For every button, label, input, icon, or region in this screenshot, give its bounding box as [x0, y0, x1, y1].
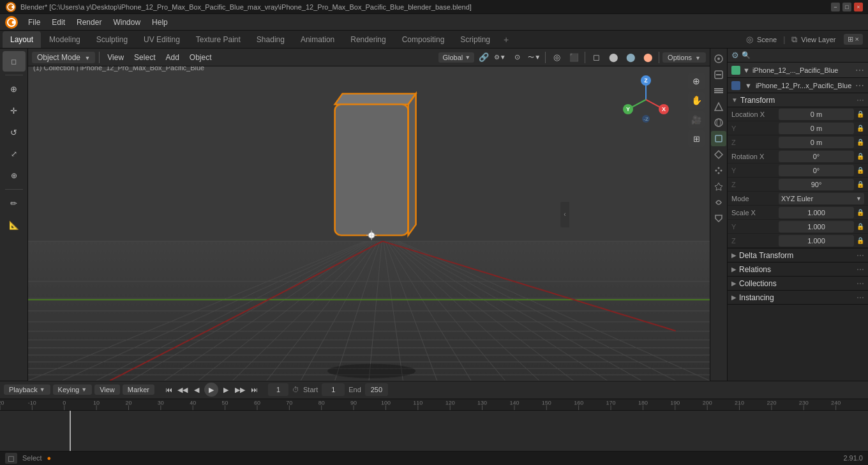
viewport-3d[interactable]: Object Mode ▼ View Select Add Object Glo…	[28, 49, 710, 381]
menu-render[interactable]: Render	[71, 17, 107, 28]
delta-transform-section[interactable]: ▶ Delta Transform ⋯	[728, 248, 868, 263]
tab-uv-editing[interactable]: UV Editing	[136, 31, 188, 48]
tab-layout[interactable]: Layout	[3, 31, 41, 48]
relations-section[interactable]: ▶ Relations ⋯	[728, 263, 868, 277]
transform-orientation[interactable]: Global ▼	[438, 52, 474, 63]
proportional-edit-button[interactable]: ⊙	[509, 50, 525, 65]
material-shading-button[interactable]: ⬤	[623, 50, 638, 65]
move-tool[interactable]: ✛	[3, 100, 26, 121]
rotation-mode-select[interactable]: XYZ Euler ▼	[779, 193, 864, 204]
tab-shading[interactable]: Shading	[249, 31, 292, 48]
output-properties-tab[interactable]	[711, 67, 726, 82]
transform-tool[interactable]: ⊕	[3, 165, 26, 186]
particles-properties-tab[interactable]	[711, 163, 726, 178]
annotate-tool[interactable]: ✏	[3, 193, 26, 213]
tab-sculpting[interactable]: Sculpting	[89, 31, 135, 48]
play-button[interactable]: ▶	[204, 383, 218, 397]
scene-properties-tab[interactable]	[711, 99, 726, 114]
xray-button[interactable]: ⬛	[566, 50, 581, 65]
rotation-z-lock-icon[interactable]: 🔒	[857, 181, 864, 188]
overlay-button[interactable]: ◎	[549, 50, 564, 65]
tab-compositing[interactable]: Compositing	[394, 31, 453, 48]
solid-shading-button[interactable]: ⬤	[606, 50, 621, 65]
rotation-z-field[interactable]: 90°	[779, 179, 854, 190]
camera-view-button[interactable]: 🎥	[688, 111, 705, 128]
select-menu[interactable]: Select	[130, 52, 159, 63]
proportional-settings-button[interactable]: 〜▼	[527, 50, 542, 65]
scale-z-lock-icon[interactable]: 🔒	[857, 237, 864, 244]
rotate-tool[interactable]: ↺	[3, 122, 26, 142]
rotation-x-field[interactable]: 0°	[779, 151, 854, 162]
mesh-name-label[interactable]: iPhone_12_Pr...x_Pacific_Blue	[756, 82, 853, 89]
physics-properties-tab[interactable]	[711, 179, 726, 194]
modifier-properties-tab[interactable]	[711, 147, 726, 162]
object-properties-tab[interactable]	[711, 131, 726, 146]
tab-rendering[interactable]: Rendering	[343, 31, 393, 48]
data-properties-tab[interactable]	[711, 211, 726, 226]
wireframe-shading-button[interactable]: ◻	[588, 50, 604, 65]
render-properties-tab[interactable]	[711, 51, 726, 66]
close-button[interactable]: ×	[854, 3, 863, 11]
keying-menu[interactable]: Keying ▼	[53, 385, 93, 395]
start-frame-field[interactable]: 1	[322, 383, 345, 396]
object-menu[interactable]: Object	[186, 52, 216, 63]
menu-help[interactable]: Help	[147, 17, 173, 28]
viewport-canvas[interactable]	[28, 49, 710, 381]
cursor-tool[interactable]: ⊕	[3, 79, 26, 99]
view-menu[interactable]: View	[103, 52, 128, 63]
end-frame-field[interactable]: 250	[365, 383, 388, 396]
jump-end-button[interactable]: ⏭	[248, 383, 260, 396]
snap-magnet-button[interactable]: 🔗	[476, 50, 491, 65]
scale-y-lock-icon[interactable]: 🔒	[857, 223, 864, 230]
object-name-label[interactable]: iPhone_12_..._Pacific_Blue	[752, 66, 853, 74]
rendered-shading-button[interactable]: ⬤	[640, 50, 655, 65]
next-keyframe-button[interactable]: ▶▶	[234, 383, 246, 396]
current-frame-field[interactable]: 1	[268, 383, 288, 396]
snap-settings-button[interactable]: ⚙▼	[492, 50, 507, 65]
location-y-lock-icon[interactable]: 🔒	[857, 125, 864, 132]
scale-tool[interactable]: ⤢	[3, 144, 26, 164]
location-x-field[interactable]: 0 m	[779, 109, 854, 120]
instancing-section[interactable]: ▶ Instancing ⋯	[728, 291, 868, 305]
step-back-button[interactable]: ◀	[190, 383, 203, 396]
marker-menu[interactable]: Marker	[123, 385, 154, 395]
minimize-button[interactable]: −	[831, 3, 840, 11]
panel-collapse-button[interactable]: ‹	[560, 202, 569, 227]
rotation-y-lock-icon[interactable]: 🔒	[857, 167, 864, 174]
options-button[interactable]: Options ▼	[662, 52, 706, 63]
object-mode-dropdown[interactable]: Object Mode ▼	[32, 52, 95, 63]
measure-tool[interactable]: 📐	[3, 215, 26, 235]
pan-button[interactable]: ✋	[688, 92, 705, 109]
timeline-tracks[interactable]	[0, 411, 868, 451]
tab-animation[interactable]: Animation	[293, 31, 342, 48]
prev-keyframe-button[interactable]: ◀◀	[176, 383, 189, 396]
scale-z-field[interactable]: 1.000	[779, 235, 854, 247]
view-layer-properties-tab[interactable]	[711, 83, 726, 98]
step-forward-button[interactable]: ▶	[220, 383, 232, 396]
viewport-gizmo[interactable]: Z X Y -Z	[620, 74, 671, 125]
transform-section-header[interactable]: ▼ Transform ⋯	[728, 93, 868, 107]
location-y-field[interactable]: 0 m	[779, 123, 854, 134]
menu-window[interactable]: Window	[108, 17, 146, 28]
add-menu[interactable]: Add	[161, 52, 183, 63]
location-x-lock-icon[interactable]: 🔒	[857, 111, 864, 118]
world-properties-tab[interactable]	[711, 115, 726, 130]
rotation-x-lock-icon[interactable]: 🔒	[857, 153, 864, 160]
playback-menu[interactable]: Playback ▼	[4, 385, 50, 395]
object-name-dots[interactable]: ⋯	[855, 65, 864, 75]
add-workspace-button[interactable]: +	[498, 33, 514, 47]
scale-x-lock-icon[interactable]: 🔒	[857, 209, 864, 216]
rotation-y-field[interactable]: 0°	[779, 165, 854, 176]
zoom-in-button[interactable]: ⊕	[688, 73, 705, 89]
timeline-view-menu[interactable]: View	[94, 385, 120, 395]
menu-edit[interactable]: Edit	[47, 17, 70, 28]
collections-section[interactable]: ▶ Collections ⋯	[728, 277, 868, 291]
scale-x-field[interactable]: 1.000	[779, 207, 854, 218]
select-box-tool[interactable]: ◻	[3, 51, 26, 72]
timeline-ruler[interactable]	[0, 399, 868, 411]
location-z-field[interactable]: 0 m	[779, 137, 854, 148]
tab-texture-paint[interactable]: Texture Paint	[188, 31, 248, 48]
scale-y-field[interactable]: 1.000	[779, 221, 854, 232]
tab-scripting[interactable]: Scripting	[453, 31, 498, 48]
maximize-button[interactable]: □	[842, 3, 851, 11]
